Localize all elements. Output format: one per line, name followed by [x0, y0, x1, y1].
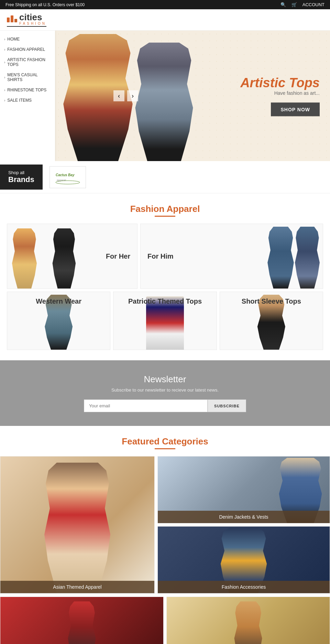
logo[interactable]: cities FASHION	[7, 13, 46, 27]
bottom-card-2[interactable]	[166, 597, 330, 644]
newsletter-title: Newsletter	[7, 374, 323, 385]
newsletter-email-input[interactable]	[84, 399, 208, 412]
hero-next-button[interactable]: ›	[127, 90, 138, 101]
newsletter-subtitle: Subscribe to our newsletter to recieve o…	[7, 387, 323, 393]
search-icon[interactable]: 🔍	[280, 2, 286, 7]
logo-cities: cities	[19, 13, 46, 22]
hero-prev-button[interactable]: ‹	[113, 90, 124, 101]
featured-categories-section: Featured Categories Asian Themed Apparel…	[0, 426, 330, 644]
patriotic-label: Patriotic Themed Tops	[128, 297, 202, 305]
featured-small-col: Denim Jackets & Vests Fashion Accessorie…	[157, 456, 330, 594]
hero-content: ‹ › Artistic Tops Have fashion as art...…	[55, 31, 330, 161]
bottom-card-1[interactable]	[0, 597, 164, 644]
hero-section: › HOME › FASHION APPAREL › ARTISTIC FASH…	[0, 31, 330, 161]
fashion-apparel-title: Fashion Apparel	[7, 204, 323, 214]
sidebar-nav: › HOME › FASHION APPAREL › ARTISTIC FASH…	[0, 31, 55, 161]
shop-now-button[interactable]: SHOP NOW	[271, 103, 320, 116]
short-sleeve-label: Short Sleeve Tops	[242, 297, 301, 305]
brands-text: Brands	[8, 175, 34, 184]
hero-title: Artistic Tops	[240, 76, 320, 90]
sidebar-item-fashion-apparel[interactable]: › FASHION APPAREL	[0, 44, 55, 55]
featured-title: Featured Categories	[0, 436, 330, 447]
logo-fashion: FASHION	[19, 22, 46, 25]
top-bar: Free Shipping on all U.S. Orders over $1…	[0, 0, 330, 9]
brand-logo-cactus[interactable]: Cactus Bay apparel	[50, 166, 86, 188]
for-him-card[interactable]: For Him	[140, 224, 323, 289]
brands-label-block: Shop all Brands	[0, 165, 43, 190]
accessories-label: Fashion Accessories	[158, 581, 330, 593]
hero-text-block: Artistic Tops Have fashion as art... SHO…	[240, 76, 320, 116]
cart-icon[interactable]: 🛒	[292, 2, 297, 7]
for-her-label: For Her	[106, 252, 130, 260]
patriotic-tops-card[interactable]: Patriotic Themed Tops	[113, 292, 217, 350]
featured-card-denim[interactable]: Denim Jackets & Vests	[157, 456, 330, 523]
featured-title-underline	[155, 448, 175, 449]
for-him-label: For Him	[147, 252, 174, 260]
apparel-grid-bottom: Western Wear Patriotic Themed Tops Short…	[7, 292, 323, 350]
newsletter-form: SUBSCRIBE	[7, 399, 323, 412]
fashion-apparel-section: Fashion Apparel For Her For Him Western …	[0, 193, 330, 360]
featured-grid: Asian Themed Apparel Denim Jackets & Ves…	[0, 456, 330, 594]
hero-subtitle: Have fashion as art...	[240, 90, 320, 96]
sidebar-item-mens-shirts[interactable]: › MEN'S CASUAL SHIRTS	[0, 70, 55, 85]
western-label: Western Wear	[36, 297, 81, 305]
sidebar-item-artistic-tops[interactable]: › ARTISTIC FASHION TOPS	[0, 55, 55, 70]
header: cities FASHION	[0, 9, 330, 31]
newsletter-section: Newsletter Subscribe to our newsletter t…	[0, 360, 330, 426]
sidebar-item-sale[interactable]: › SALE ITEMS	[0, 95, 55, 105]
newsletter-subscribe-button[interactable]: SUBSCRIBE	[208, 399, 246, 412]
featured-card-asian[interactable]: Asian Themed Apparel	[0, 456, 155, 594]
brands-bar: Shop all Brands Cactus Bay apparel	[0, 161, 330, 193]
featured-card-accessories[interactable]: Fashion Accessories	[157, 526, 330, 594]
asian-apparel-label: Asian Themed Apparel	[0, 581, 154, 593]
shipping-text: Free Shipping on all U.S. Orders over $1…	[6, 2, 85, 7]
short-sleeve-card[interactable]: Short Sleeve Tops	[220, 292, 323, 350]
account-label[interactable]: ACCOUNT	[302, 2, 324, 7]
shop-all-text: Shop all	[8, 170, 34, 175]
svg-text:Cactus Bay: Cactus Bay	[56, 173, 75, 177]
for-her-card[interactable]: For Her	[7, 224, 138, 289]
sidebar-item-rhinestone[interactable]: › RHINESTONE TOPS	[0, 85, 55, 95]
sidebar-item-home[interactable]: › HOME	[0, 34, 55, 44]
title-underline	[155, 216, 175, 217]
bottom-grid	[0, 594, 330, 644]
denim-label: Denim Jackets & Vests	[158, 511, 330, 523]
apparel-grid-top: For Her For Him	[7, 224, 323, 289]
western-wear-card[interactable]: Western Wear	[7, 292, 110, 350]
svg-point-2	[56, 181, 80, 184]
